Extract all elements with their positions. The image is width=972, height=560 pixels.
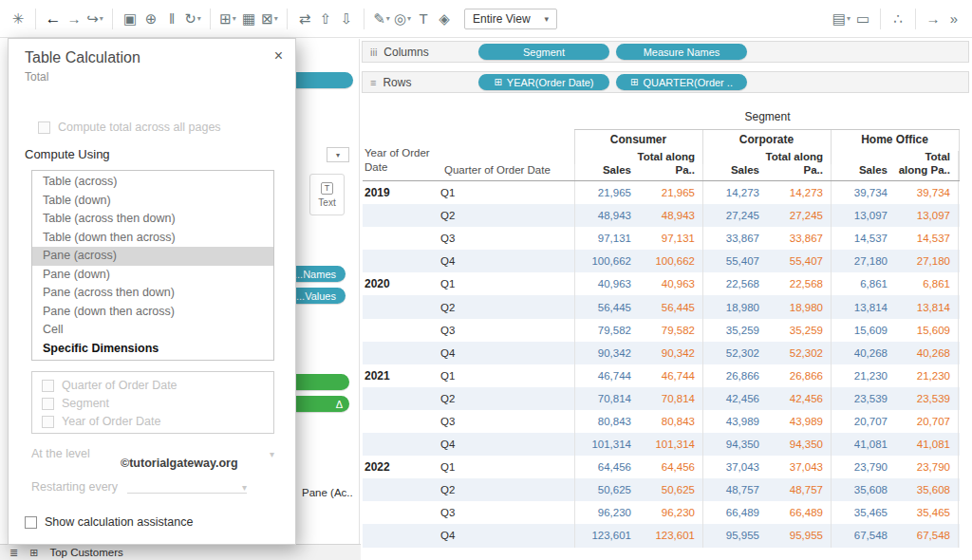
table-row[interactable]: Q256,44556,44518,98018,98013,81413,814 (363, 295, 960, 318)
sales-value: 94,350 (702, 433, 765, 456)
compute-using-option[interactable]: Pane (across) (32, 247, 273, 266)
year-cell: 2022 (363, 456, 440, 478)
tableau-logo-icon[interactable]: ✳ (8, 8, 28, 30)
compute-using-option[interactable]: Table (down) (32, 192, 273, 211)
total-value: 20,707 (893, 410, 959, 433)
presentation-mode-icon[interactable]: ▭ (852, 8, 873, 30)
pane-divider (359, 39, 360, 560)
main-toolbar: ✳←→↪▾▣⊕‖↻▾⊞▾▦⊠▾⇄⇧⇩✎▾◎▾T◈ Entire View ▾ ▤… (0, 0, 972, 38)
measure-pill-with-calc[interactable]: Δ (296, 396, 349, 412)
marks-text-button[interactable]: T Text (309, 174, 345, 215)
sort-descending-icon[interactable]: ⇩ (336, 8, 357, 30)
hierarchy-expand-icon[interactable]: ⊞ (494, 78, 501, 87)
restarting-every-dropdown: Restarting every ▾ (31, 479, 274, 494)
cut-pill[interactable] (296, 72, 353, 88)
sort-ascending-icon[interactable]: ⇧ (315, 8, 336, 30)
compute-using-option[interactable]: Pane (down then across) (32, 303, 273, 322)
total-value: 43,989 (765, 410, 831, 433)
save-icon[interactable]: ▣ (120, 8, 140, 30)
marks-type-dropdown[interactable]: ▾ (327, 147, 349, 162)
sales-value: 97,131 (574, 227, 637, 250)
sales-value: 40,268 (831, 342, 893, 364)
sales-value: 35,608 (831, 478, 893, 501)
table-row[interactable]: Q397,13197,13133,86733,86714,53714,537 (363, 227, 960, 250)
table-row[interactable]: Q270,81470,81442,45642,45623,53923,539 (363, 387, 960, 410)
measure-values-pill[interactable]: ...Values (296, 288, 346, 304)
compute-using-option[interactable]: Cell (32, 321, 273, 340)
table-row[interactable]: Q490,34290,34252,30252,30240,26840,268 (363, 342, 960, 364)
compute-using-option[interactable]: Specific Dimensions (32, 340, 273, 359)
year-dimension-label: Year of Order Date (364, 146, 442, 175)
total-value: 21,965 (637, 181, 702, 204)
table-row[interactable]: 2021Q146,74446,74426,86626,86621,23021,2… (363, 364, 960, 387)
attach-icon[interactable]: ◎▾ (392, 8, 413, 30)
sales-value: 37,043 (702, 456, 765, 478)
columns-shelf[interactable]: iii Columns SegmentMeasure Names (362, 41, 969, 63)
table-row[interactable]: Q4100,662100,66255,40755,40727,18027,180 (363, 250, 960, 272)
table-row[interactable]: Q250,62550,62548,75748,75735,60835,608 (363, 478, 960, 501)
quarter-cell: Q2 (440, 204, 574, 227)
year-cell (363, 524, 440, 547)
year-cell (363, 501, 440, 524)
back-arrow-icon[interactable]: ← (43, 8, 64, 30)
compute-using-option[interactable]: Table (across then down) (32, 210, 273, 229)
new-worksheet-icon[interactable]: ⊞▾ (217, 8, 238, 30)
total-value: 123,601 (637, 524, 702, 547)
compute-using-label: Compute Using (25, 147, 110, 161)
close-icon[interactable]: × (274, 47, 283, 65)
compute-using-option[interactable]: Table (down then across) (32, 229, 273, 248)
total-value: 15,609 (893, 319, 959, 342)
share-icon[interactable]: ∴ (888, 8, 908, 30)
measure-names-pill[interactable]: ...Names (296, 266, 346, 282)
quarter-cell: Q3 (440, 501, 574, 524)
more-chevron-icon[interactable]: » (944, 8, 964, 30)
pin-icon[interactable]: ◈ (434, 8, 455, 30)
highlight-icon[interactable]: ✎▾ (371, 8, 392, 30)
text-label-icon[interactable]: T (413, 8, 434, 30)
fit-selector[interactable]: Entire View ▾ (464, 9, 557, 29)
total-value: 14,537 (893, 227, 959, 250)
sheet-tab[interactable]: Top Customers (49, 547, 122, 558)
year-cell (363, 342, 440, 364)
compute-using-option[interactable]: Table (across) (32, 173, 273, 192)
total-value: 64,456 (637, 456, 702, 478)
chevron-down-icon: ▾ (233, 14, 236, 23)
compute-using-option[interactable]: Pane (across then down) (32, 284, 273, 303)
measure-pill[interactable] (296, 374, 349, 390)
calculation-assistance-checkbox[interactable]: Show calculation assistance (25, 515, 193, 529)
clear-sheet-icon[interactable]: ⊠▾ (259, 8, 280, 30)
total-value: 90,342 (637, 342, 702, 364)
table-row[interactable]: Q248,94348,94327,24527,24513,09713,097 (363, 204, 960, 227)
hierarchy-expand-icon[interactable]: ⊞ (630, 78, 638, 87)
total-value: 13,814 (893, 295, 959, 318)
shelf-pill[interactable]: Measure Names (616, 44, 747, 60)
swap-axes-icon[interactable]: ⇄ (294, 8, 315, 30)
table-row[interactable]: Q380,84380,84343,98943,98920,70720,707 (363, 410, 960, 433)
table-row[interactable]: Q396,23096,23066,48966,48935,46535,465 (363, 501, 960, 524)
shelf-pill[interactable]: ⊞QUARTER(Order .. (616, 74, 747, 90)
table-row[interactable]: Q379,58279,58235,25935,25915,60915,609 (363, 319, 960, 342)
rows-shelf[interactable]: ≡ Rows ⊞YEAR(Order Date)⊞QUARTER(Order .… (362, 71, 969, 93)
table-row[interactable]: 2020Q140,96340,96322,56822,5686,8616,861 (363, 272, 960, 295)
new-sheet-icon[interactable]: ⊞ (29, 547, 38, 559)
shelf-pill[interactable]: ⊞YEAR(Order Date) (478, 74, 609, 90)
show-cards-icon[interactable]: ▤▾ (831, 8, 852, 30)
compute-using-option[interactable]: Pane (down) (32, 266, 273, 285)
chevron-down-icon: ▾ (197, 14, 201, 23)
forward-arrow-icon[interactable]: → (64, 8, 84, 30)
panel-toggle-icon[interactable]: → (923, 8, 944, 30)
table-row[interactable]: Q4101,314101,31494,35094,35041,08141,081 (363, 433, 960, 456)
table-row[interactable]: Q4123,601123,60195,95595,95567,54867,548 (363, 524, 960, 547)
add-data-icon[interactable]: ⊕ (140, 8, 161, 30)
redo-icon[interactable]: ↪▾ (84, 8, 105, 30)
sales-value: 70,814 (574, 387, 637, 410)
watermark: ©tutorialgateway.org (121, 457, 238, 470)
duplicate-sheet-icon[interactable]: ▦ (238, 8, 259, 30)
table-row[interactable]: 2022Q164,45664,45637,04337,04323,79023,7… (363, 456, 960, 478)
show-sheet-list-icon[interactable]: ≣ (9, 547, 18, 559)
shelf-pill[interactable]: Segment (478, 44, 609, 60)
sales-value: 90,342 (574, 342, 637, 364)
table-row[interactable]: 2019Q121,96521,96514,27314,27339,73439,7… (363, 181, 960, 204)
pause-updates-icon[interactable]: ‖ (161, 8, 182, 30)
refresh-icon[interactable]: ↻▾ (182, 8, 203, 30)
